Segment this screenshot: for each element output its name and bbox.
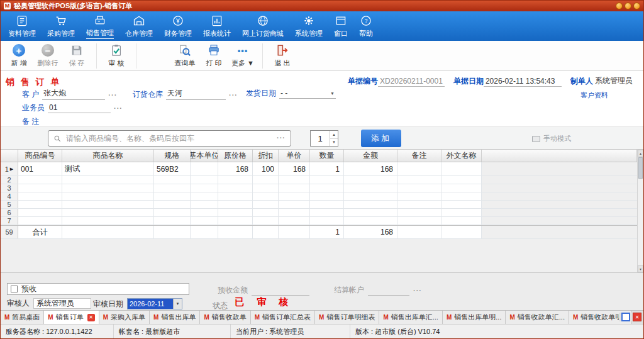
cell-foreign-name[interactable] — [441, 162, 482, 175]
table-cell[interactable] — [218, 201, 253, 208]
table-row[interactable]: 3 — [1, 184, 637, 192]
save-button[interactable]: 保 存 — [62, 43, 91, 68]
table-cell[interactable] — [441, 176, 482, 184]
table-cell[interactable] — [253, 217, 279, 225]
ship-date-select[interactable]: - - ▼ — [279, 89, 336, 99]
table-cell[interactable] — [218, 176, 253, 184]
table-cell[interactable] — [218, 192, 253, 200]
table-cell[interactable] — [279, 176, 310, 184]
table-cell[interactable] — [218, 217, 253, 225]
table-cell[interactable] — [191, 184, 218, 192]
menu-item-system[interactable]: 系统管理 — [289, 11, 328, 41]
stepper-up-icon[interactable]: ▲ — [330, 131, 338, 139]
tab-sales-order-detail[interactable]: M 销售订单明细表 — [315, 311, 379, 324]
table-cell[interactable] — [344, 176, 397, 184]
table-cell[interactable] — [310, 209, 344, 216]
table-cell[interactable] — [310, 192, 344, 200]
table-cell[interactable] — [279, 209, 310, 216]
window-list-button[interactable] — [621, 313, 630, 321]
menu-item-window[interactable]: 窗口 — [328, 11, 353, 41]
tab-purchase-inbound[interactable]: M 采购入库单 — [99, 311, 150, 324]
restore-button[interactable] — [625, 3, 631, 9]
cell-unit[interactable] — [191, 162, 218, 175]
audit-date-select[interactable]: 2026-02-11 ▼ — [127, 298, 182, 309]
table-cell[interactable] — [279, 217, 310, 225]
cell-discount[interactable]: 100 — [253, 162, 279, 175]
table-cell[interactable] — [18, 209, 62, 216]
delete-row-button[interactable]: − 删除行 — [33, 43, 62, 68]
cell-spec[interactable]: 569B2 — [154, 162, 191, 175]
table-cell[interactable] — [482, 217, 637, 225]
menu-item-warehouse[interactable]: 仓库管理 — [119, 11, 158, 41]
table-cell[interactable] — [62, 217, 154, 225]
remark-input[interactable] — [42, 118, 231, 127]
column-header-amount[interactable]: 金额 — [344, 150, 397, 162]
exit-button[interactable]: 退 出 — [268, 43, 297, 68]
column-header-remark[interactable]: 备注 — [397, 150, 441, 162]
column-header-spec[interactable]: 规格 — [154, 150, 191, 162]
table-cell[interactable] — [310, 217, 344, 225]
table-cell[interactable] — [344, 192, 397, 200]
table-cell[interactable] — [253, 176, 279, 184]
tab-simple-desktop[interactable]: M 简易桌面 — [1, 311, 44, 324]
table-cell[interactable] — [154, 176, 191, 184]
table-cell[interactable] — [191, 192, 218, 200]
cell-qty[interactable]: 1 — [310, 162, 344, 175]
table-row[interactable]: 2 — [1, 176, 637, 184]
menu-item-data[interactable]: 资料管理 — [3, 11, 42, 41]
table-cell[interactable] — [218, 184, 253, 192]
tab-sales-outbound-summary[interactable]: M 销售出库单汇... — [379, 311, 443, 324]
table-cell[interactable] — [279, 201, 310, 208]
table-cell[interactable] — [191, 209, 218, 216]
table-cell[interactable] — [62, 201, 154, 208]
table-cell[interactable] — [218, 209, 253, 216]
table-cell[interactable] — [154, 209, 191, 216]
cell-remark[interactable] — [397, 162, 441, 175]
table-cell[interactable] — [191, 201, 218, 208]
table-cell[interactable] — [397, 209, 441, 216]
add-product-button[interactable]: 添加 — [361, 130, 401, 147]
cell-price[interactable]: 168 — [279, 162, 310, 175]
scroll-down-icon[interactable]: ▼ — [638, 265, 643, 272]
tab-sales-outbound-detail[interactable]: M 销售出库单明... — [443, 311, 506, 324]
menu-item-online-mall[interactable]: 网上订货商城 — [236, 11, 289, 41]
settle-account-input[interactable] — [368, 286, 409, 296]
table-row[interactable]: 6 — [1, 209, 637, 217]
table-cell[interactable] — [441, 184, 482, 192]
table-cell[interactable] — [191, 176, 218, 184]
column-header-foreign-name[interactable]: 外文名称 — [441, 150, 482, 162]
vertical-scrollbar[interactable]: ▲ ▼ — [637, 150, 643, 272]
table-cell[interactable] — [344, 184, 397, 192]
table-row-current[interactable]: 1 ▶ 001 测试 569B2 168 100 168 1 168 — [1, 162, 637, 176]
table-cell[interactable] — [344, 209, 397, 216]
table-cell[interactable] — [253, 192, 279, 200]
print-button[interactable]: 打 印 — [199, 43, 228, 68]
product-lookup-button[interactable]: ··· — [277, 135, 286, 143]
table-cell[interactable] — [279, 192, 310, 200]
column-header-discount[interactable]: 折扣 — [253, 150, 279, 162]
query-button[interactable]: 查询单 — [170, 43, 199, 68]
table-cell[interactable] — [253, 184, 279, 192]
tab-sales-order-summary[interactable]: M 销售订单汇总表 — [251, 311, 315, 324]
table-row[interactable]: 5 — [1, 201, 637, 209]
table-cell[interactable] — [310, 201, 344, 208]
cell-amount[interactable]: 168 — [344, 162, 397, 175]
table-cell[interactable] — [397, 176, 441, 184]
menu-item-sales[interactable]: 销售管理 — [80, 11, 119, 41]
prepay-amount-input[interactable] — [252, 286, 309, 296]
table-cell[interactable] — [62, 184, 154, 192]
column-header-price[interactable]: 单价 — [279, 150, 310, 162]
customer-info-link[interactable]: 客户资料 — [580, 91, 608, 100]
tab-sales-receipt-summary[interactable]: M 销售收款单汇... — [506, 311, 569, 324]
table-cell[interactable] — [482, 192, 637, 200]
table-cell[interactable] — [441, 217, 482, 225]
column-header-unit[interactable]: 基本单位 — [191, 150, 218, 162]
table-cell[interactable] — [344, 217, 397, 225]
menu-item-help[interactable]: ? 帮助 — [353, 11, 379, 41]
table-cell[interactable] — [397, 184, 441, 192]
new-button[interactable]: + 新 增 — [4, 43, 33, 68]
table-cell[interactable] — [397, 201, 441, 208]
table-row[interactable]: 7 — [1, 217, 637, 225]
table-cell[interactable] — [310, 176, 344, 184]
scroll-up-icon[interactable]: ▲ — [638, 150, 643, 157]
